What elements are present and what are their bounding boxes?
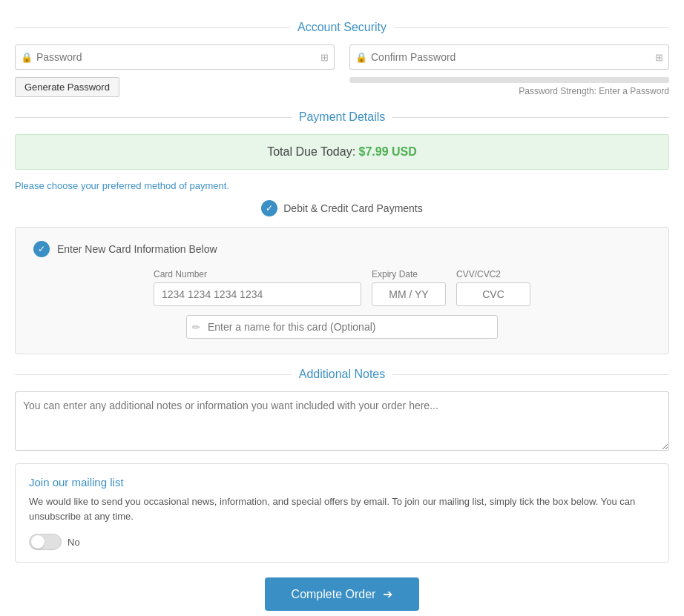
card-number-label: Card Number	[154, 269, 361, 279]
password-field-wrap: 🔒 ⊞	[15, 44, 335, 70]
password-lock-icon: 🔒	[21, 52, 33, 63]
cvv-input[interactable]	[456, 282, 530, 306]
payment-details-header: Payment Details	[15, 110, 669, 124]
card-section-check[interactable]: ✓	[33, 241, 50, 257]
password-input[interactable]	[15, 44, 335, 70]
payment-subtitle: Please choose your preferred method of p…	[15, 180, 669, 191]
payment-method-label: Debit & Credit Card Payments	[283, 202, 423, 214]
confirm-lock-icon: 🔒	[355, 52, 367, 63]
password-row: 🔒 ⊞ 🔒 ⊞	[15, 44, 669, 70]
strength-bar	[349, 77, 669, 83]
arrow-right-icon: ➔	[383, 587, 392, 601]
notes-textarea[interactable]	[15, 391, 669, 451]
expiry-input[interactable]	[372, 282, 446, 306]
complete-btn-row: Complete Order ➔	[15, 577, 669, 611]
cvv-group: CVV/CVC2	[456, 269, 530, 306]
mailing-title: Join our mailing list	[29, 476, 655, 489]
toggle-knob	[31, 535, 45, 549]
confirm-password-field-wrap: 🔒 ⊞	[349, 44, 669, 70]
additional-notes-title: Additional Notes	[299, 368, 386, 381]
total-label: Total Due Today:	[267, 145, 355, 158]
card-name-row: ✏	[33, 315, 651, 339]
card-name-input[interactable]	[186, 315, 498, 339]
cvv-label: CVV/CVC2	[456, 269, 530, 279]
notes-right-rule	[392, 374, 669, 375]
password-strength-row: Generate Password Password Strength: Ent…	[15, 77, 669, 97]
card-number-input[interactable]	[154, 282, 361, 306]
header-left-rule	[15, 27, 290, 28]
account-security-header: Account Security	[15, 21, 669, 34]
generate-password-button[interactable]: Generate Password	[15, 77, 119, 97]
complete-order-button[interactable]: Complete Order ➔	[265, 577, 420, 611]
card-section: ✓ Enter New Card Information Below Card …	[15, 227, 669, 354]
confirm-password-input[interactable]	[349, 44, 669, 70]
payment-method-check[interactable]: ✓	[261, 200, 277, 216]
expiry-label: Expiry Date	[372, 269, 446, 279]
confirm-eye-icon[interactable]: ⊞	[655, 52, 663, 63]
account-security-title: Account Security	[297, 21, 387, 34]
card-name-wrap: ✏	[186, 315, 498, 339]
card-section-header: ✓ Enter New Card Information Below	[33, 241, 651, 257]
complete-order-label: Complete Order	[292, 588, 376, 601]
pencil-icon: ✏	[192, 322, 200, 333]
total-due-box: Total Due Today: $7.99 USD	[15, 134, 669, 170]
mailing-text: We would like to send you occasional new…	[29, 494, 655, 523]
password-right: Password Strength: Enter a Password	[349, 77, 669, 97]
notes-left-rule	[15, 374, 292, 375]
card-number-group: Card Number	[154, 269, 361, 306]
card-fields-row: Card Number Expiry Date CVV/CVC2	[33, 269, 651, 306]
payment-method-row: ✓ Debit & Credit Card Payments	[15, 200, 669, 216]
payment-left-rule	[15, 117, 292, 118]
payment-right-rule	[392, 117, 669, 118]
toggle-label: No	[68, 537, 80, 548]
mailing-box: Join our mailing list We would like to s…	[15, 463, 669, 563]
expiry-group: Expiry Date	[372, 269, 446, 306]
toggle-row: No	[29, 534, 655, 550]
card-section-title: Enter New Card Information Below	[57, 243, 217, 255]
additional-notes-header: Additional Notes	[15, 368, 669, 381]
mailing-toggle[interactable]	[29, 534, 62, 550]
strength-label: Password Strength: Enter a Password	[519, 86, 669, 96]
password-left: Generate Password	[15, 77, 335, 97]
payment-details-title: Payment Details	[299, 110, 386, 124]
header-right-rule	[394, 27, 669, 28]
total-amount: $7.99 USD	[359, 145, 417, 158]
password-eye-icon[interactable]: ⊞	[320, 52, 329, 63]
